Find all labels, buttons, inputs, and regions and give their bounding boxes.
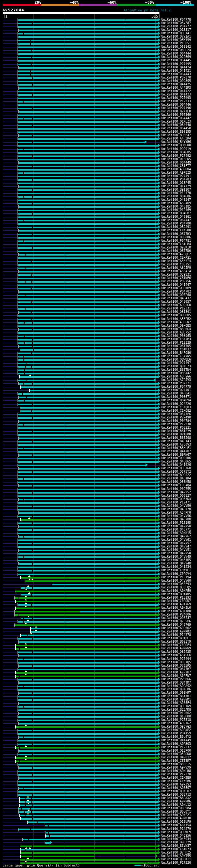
hit-label[interactable]: UniRef100_D0F1Q5 [161,660,191,664]
hit-label[interactable]: UniRef100_O04685 [161,151,191,154]
hit-bar[interactable] [18,404,158,405]
hit-bar[interactable] [18,516,158,517]
hit-bar[interactable] [19,526,158,527]
hit-bar[interactable] [18,166,158,167]
hit-label[interactable]: UniRef100_P04781 [161,239,191,242]
hit-bar[interactable] [18,359,158,361]
hit-bar[interactable] [20,376,158,378]
hit-bar[interactable] [18,53,158,55]
hit-label[interactable]: UniRef100_C1K5B9 [161,776,191,779]
hit-bar[interactable] [18,220,158,221]
hit-label[interactable]: UniRef100_Q4VV59 [161,504,191,507]
hit-label[interactable]: UniRef100_B4FQ80 [161,351,191,354]
hit-bar[interactable] [18,20,158,21]
hit-label[interactable]: UniRef100_P27490 [161,416,191,419]
hit-bar[interactable] [18,659,158,660]
hit-label[interactable]: UniRef100_B9RN67 [161,453,191,456]
hit-bar[interactable] [18,509,158,510]
hit-bar[interactable] [18,77,158,79]
hit-bar[interactable] [52,584,158,585]
hit-label[interactable]: UniRef100_B7FHZ5 [161,851,191,854]
hit-bar[interactable] [18,326,158,327]
hit-bar[interactable] [19,692,158,694]
hit-label[interactable]: UniRef100_P20866 [161,677,191,681]
hit-label[interactable]: UniRef100_C6TD73 [161,847,191,851]
hit-bar[interactable] [19,88,158,89]
hit-bar[interactable] [18,352,158,354]
hit-label[interactable]: UniRef100_B8XLF1 [161,446,191,450]
hit-label[interactable]: UniRef100_Q9C5R6 [161,456,191,460]
hit-bar[interactable] [18,173,158,174]
hit-bar[interactable] [21,852,158,854]
hit-bar[interactable] [18,33,158,34]
hit-bar[interactable] [20,815,158,816]
hit-label[interactable]: UniRef100_A5BAI4 [161,270,191,273]
hit-bar[interactable] [18,570,158,571]
hit-bar[interactable] [18,36,158,38]
hit-bar[interactable] [18,91,158,92]
hit-bar[interactable] [19,312,158,313]
hit-bar[interactable] [15,614,158,616]
hit-label[interactable]: UniRef100_A9NPD6 [161,800,191,803]
hit-label[interactable]: UniRef100_P08221 [161,426,191,429]
hit-label[interactable]: UniRef100_Q93YG3 [161,725,191,728]
hit-label[interactable]: UniRef100_A9RBQ3 [161,742,191,745]
hit-label[interactable]: UniRef100_A3FPF0 [161,511,191,514]
hit-label[interactable]: UniRef100_A9NNW9 [161,647,191,650]
hit-label[interactable]: UniRef100_O64442 [161,116,191,120]
hit-label[interactable]: UniRef100_Q41449 [161,738,191,742]
hit-bar[interactable] [18,40,158,41]
hit-label[interactable]: UniRef100_Q5CCK8 [161,752,191,755]
hit-label[interactable]: UniRef100_Q4VV62 [161,534,191,538]
hit-label[interactable]: UniRef100_Q40065 [161,460,191,463]
hit-label[interactable]: UniRef100_B9T0C1 [161,637,191,640]
hit-label[interactable]: UniRef100_Q41425 [161,83,191,86]
hit-label[interactable]: UniRef100_B6T1H1 [161,694,191,698]
hit-bar[interactable] [19,455,158,456]
hit-bar[interactable] [18,118,158,120]
hit-bar[interactable] [18,98,158,99]
hit-bar[interactable] [20,410,158,412]
hit-bar[interactable] [18,553,158,555]
hit-label[interactable]: UniRef100_Q84U94 [161,398,191,402]
hit-label[interactable]: UniRef100_B3G0G4 [161,327,191,331]
hit-bar[interactable] [18,23,158,24]
hit-bar[interactable] [18,495,158,497]
hit-bar[interactable] [18,482,158,483]
hit-label[interactable]: UniRef100_C5X7M3 [161,338,191,341]
hit-label[interactable]: UniRef100_Q41426 [161,463,191,466]
hit-bar[interactable] [19,499,158,500]
hit-bar[interactable] [19,513,158,514]
hit-bar[interactable] [18,720,158,721]
hit-bar[interactable] [18,771,158,772]
hit-label[interactable]: UniRef100_P27497 [161,361,191,365]
hit-bar[interactable] [16,672,158,674]
hit-label[interactable]: UniRef100_A9NL12 [161,803,191,806]
hit-label[interactable]: UniRef100_Q1EP00 [161,749,191,752]
hit-bar[interactable] [18,546,158,548]
hit-bar[interactable] [45,825,158,827]
hit-label[interactable]: UniRef100_B4YYB6 [161,140,191,144]
hit-bar[interactable] [18,764,158,766]
hit-bar[interactable] [15,591,158,592]
hit-label[interactable]: UniRef100_Q19UF9 [161,820,191,823]
hit-label[interactable]: UniRef100_C0PQD7 [161,599,191,602]
hit-bar[interactable] [19,230,158,231]
hit-label[interactable]: UniRef100_Q677D0 [161,249,191,252]
hit-label[interactable]: UniRef100_Q40770 [161,507,191,511]
hit-bar[interactable] [19,397,158,398]
hit-bar[interactable] [18,142,145,143]
hit-bar[interactable] [18,393,158,395]
hit-bar[interactable] [18,203,158,205]
hit-bar[interactable] [18,339,158,341]
hit-label[interactable]: UniRef100_Q50K58 [161,480,191,484]
hit-label[interactable]: UniRef100_A9NT55 [161,854,191,858]
hit-label[interactable]: UniRef100_Q3SA42 [161,371,191,375]
hit-label[interactable]: UniRef100_Q4VV47 [161,545,191,548]
hit-bar[interactable] [18,774,158,776]
hit-label[interactable]: UniRef100_A5HSG6 [161,375,191,378]
hit-bar[interactable] [18,278,158,279]
hit-label[interactable]: UniRef100_A9RT62 [161,721,191,725]
hit-bar[interactable] [18,241,158,242]
hit-bar[interactable] [20,805,158,806]
